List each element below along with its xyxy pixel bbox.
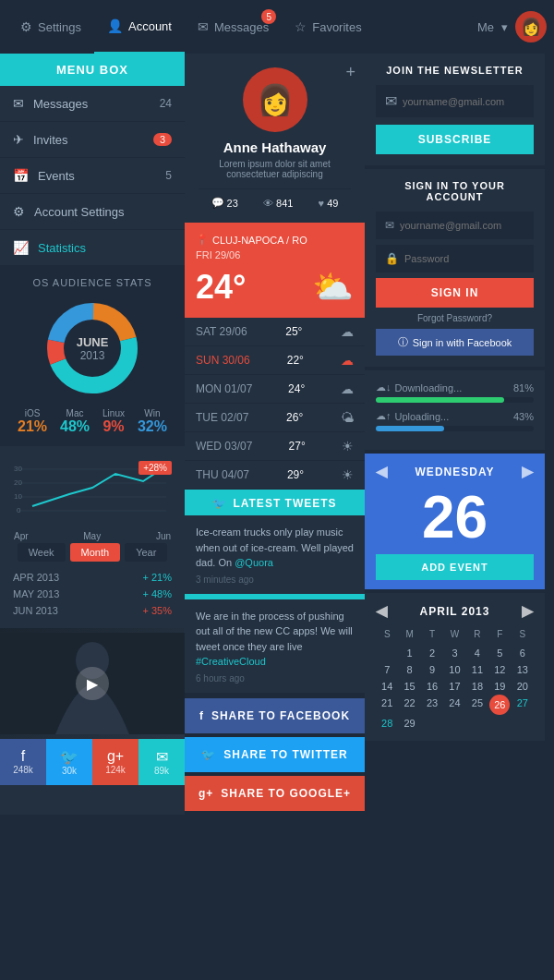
cal-day-1[interactable]: 1 [398, 645, 420, 661]
calendar-month: ◀ APRIL 2013 ▶ S M T W R F S 1 2 3 4 5 [365, 593, 545, 741]
signin-email-wrap: ✉ [376, 212, 534, 239]
cal-day-15[interactable]: 15 [398, 678, 420, 695]
subscribe-button[interactable]: SUBSCRIBE [376, 125, 534, 154]
nav-favorites-label: Favorites [312, 20, 361, 34]
signin-email-input[interactable] [400, 220, 524, 231]
cal-day-16[interactable]: 16 [421, 678, 443, 695]
cal-month-next-button[interactable]: ▶ [522, 602, 534, 620]
cal-day-29[interactable]: 29 [398, 715, 420, 732]
center-panel: + 👩 Anne Hathaway Lorem ipsum dolor sit … [185, 54, 365, 815]
profile-avatar: 👩 [243, 67, 307, 132]
events-label: Events [38, 169, 75, 183]
chart-tab-month[interactable]: Month [70, 543, 121, 562]
nav-settings[interactable]: ⚙ Settings [7, 0, 94, 54]
cal-day-3[interactable]: 3 [443, 645, 465, 661]
play-button[interactable]: ▶ [76, 667, 109, 700]
nav-avatar[interactable]: 👩 [515, 11, 547, 42]
sidebar-item-statistics[interactable]: 📈 Statistics [0, 230, 185, 266]
os-stats-title: OS AUDIENCE STATS [11, 277, 174, 288]
cal-day-20[interactable]: 20 [512, 678, 534, 695]
share-googleplus-button[interactable]: g+ SHARE TO GOOGLE+ [185, 776, 365, 811]
account-settings-icon: ⚙ [13, 204, 25, 219]
profile-likes: ♥ 49 [319, 197, 339, 209]
cal-day-14[interactable]: 14 [376, 678, 398, 695]
nav-account[interactable]: 👤 Account [94, 0, 185, 54]
cal-day-9[interactable]: 9 [421, 661, 443, 678]
chart-tab-year[interactable]: Year [125, 543, 167, 562]
cal-day-25[interactable]: 25 [466, 695, 488, 715]
twitter-icon: 🐦 [51, 748, 88, 766]
invites-badge: 3 [153, 133, 172, 146]
cal-day-17[interactable]: 17 [443, 678, 465, 695]
nav-me-label: Me [477, 20, 494, 34]
nav-account-label: Account [128, 19, 172, 33]
cal-prev-button[interactable]: ◀ [376, 463, 388, 480]
googleplus-share-icon: g+ [199, 787, 213, 800]
events-icon: 📅 [13, 168, 29, 183]
tweet-hashtag[interactable]: #CreativeCloud [196, 656, 266, 667]
facebook-signin-icon: ⓘ [398, 335, 408, 349]
share-twitter-button[interactable]: 🐦 SHARE TO TWITTER [185, 737, 365, 772]
add-profile-button[interactable]: + [345, 63, 355, 82]
social-googleplus[interactable]: g+ 124k [92, 739, 138, 785]
cal-day-24[interactable]: 24 [443, 695, 465, 715]
cal-month-prev-button[interactable]: ◀ [376, 602, 388, 620]
facebook-share-icon: f [199, 709, 204, 722]
tweet-item-1: Ice-cream trucks only play music when ou… [185, 515, 365, 594]
cal-day-27[interactable]: 27 [512, 695, 534, 715]
cal-day-12[interactable]: 12 [488, 661, 511, 678]
cal-day-8[interactable]: 8 [398, 661, 420, 678]
weather-location: 📍 CLUJ-NAPOCA / RO [196, 234, 354, 246]
cal-day-26-today[interactable]: 26 [488, 695, 511, 715]
cal-day-10[interactable]: 10 [443, 661, 465, 678]
cal-day-19[interactable]: 19 [488, 678, 511, 695]
cal-day-21[interactable]: 21 [376, 695, 398, 715]
cal-day-6[interactable]: 6 [512, 645, 534, 661]
share-facebook-button[interactable]: f SHARE TO FACEBOOK [185, 698, 365, 733]
cal-day-5[interactable]: 5 [488, 645, 511, 661]
weather-main: 📍 CLUJ-NAPOCA / RO FRI 29/06 24° ⛅ [185, 223, 365, 318]
cal-day-4[interactable]: 4 [466, 645, 488, 661]
signin-button[interactable]: SIGN IN [376, 278, 534, 308]
social-twitter[interactable]: 🐦 30k [46, 739, 92, 785]
sidebar-item-invites[interactable]: ✈ Invites 3 [0, 122, 185, 158]
tweet-link[interactable]: @Quora [235, 557, 273, 568]
tweet-text-1: Ice-cream trucks only play music when ou… [196, 525, 354, 571]
cal-day-7[interactable]: 7 [376, 661, 398, 678]
signin-password-input[interactable] [404, 253, 524, 264]
signin-facebook-button[interactable]: ⓘ Sign in with Facebook [376, 329, 534, 356]
forgot-password-link[interactable]: Forgot Password? [376, 313, 534, 323]
chart-tab-week[interactable]: Week [18, 543, 66, 562]
nav-messages[interactable]: ✉ Messages 5 [185, 0, 282, 54]
cal-day-13[interactable]: 13 [512, 661, 534, 678]
social-email[interactable]: ✉ 89k [138, 739, 185, 785]
sidebar-item-account-settings[interactable]: ⚙ Account Settings [0, 194, 185, 230]
chart-row-may: MAY 2013 + 48% [9, 586, 175, 602]
cal-day-22[interactable]: 22 [398, 695, 420, 715]
twitter-tweets-icon: 🐦 [212, 497, 227, 510]
add-event-button[interactable]: ADD EVENT [376, 554, 534, 580]
invites-label: Invites [33, 133, 68, 147]
messages-menu-label: Messages [33, 97, 88, 111]
cal-day-2[interactable]: 2 [421, 645, 443, 661]
cal-day-11[interactable]: 11 [466, 661, 488, 678]
newsletter-email-input[interactable] [403, 96, 524, 107]
sidebar-item-events[interactable]: 📅 Events 5 [0, 158, 185, 194]
donut-chart: JUNE 2013 [11, 297, 174, 399]
cal-day-28[interactable]: 28 [376, 715, 398, 732]
weather-row-sat: SAT 29/06 25° ☁ [185, 318, 365, 346]
cal-next-button[interactable]: ▶ [522, 463, 534, 480]
nav-user[interactable]: Me ▾ 👩 [477, 11, 547, 42]
chart-row-apr: APR 2013 + 21% [9, 569, 175, 586]
nav-favorites[interactable]: ☆ Favorites [282, 0, 374, 54]
messages-icon: ✉ [198, 19, 209, 34]
svg-text:10: 10 [14, 492, 22, 501]
cal-day-23[interactable]: 23 [421, 695, 443, 715]
cal-day-18[interactable]: 18 [466, 678, 488, 695]
social-facebook[interactable]: f 248k [0, 739, 46, 785]
os-bars: iOS 21% Mac 48% Linux 9% Win 32% [11, 408, 174, 435]
calendar-week: ◀ WEDNESDAY ▶ 26 ADD EVENT [365, 454, 545, 589]
sidebar-item-messages[interactable]: ✉ Messages 24 [0, 86, 185, 122]
upload-progress: ☁↑ Uploading... 43% [376, 410, 534, 431]
heart-icon: ♥ [319, 198, 325, 209]
